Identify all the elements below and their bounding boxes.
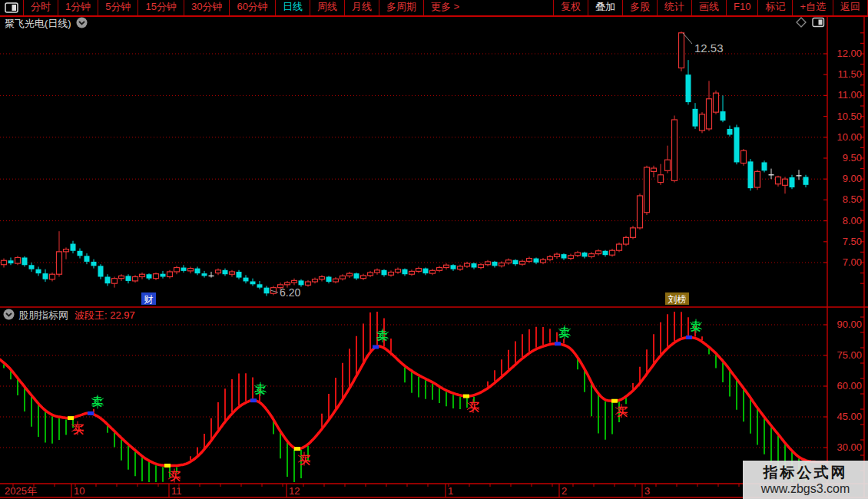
chart-corner-icons	[796, 17, 825, 28]
toolbar-item-1[interactable]: 1分钟	[58, 0, 98, 15]
toolbar-item-7[interactable]: +自选	[792, 0, 833, 15]
diamond-icon[interactable]	[796, 17, 807, 28]
buy-marker	[611, 399, 618, 403]
main-axis-label: 9.50	[829, 153, 862, 164]
main-axis-label: 12.00	[829, 48, 862, 59]
indicator-axis-label: 90.00	[829, 319, 862, 330]
main-axis-label: 8.00	[829, 216, 862, 226]
indicator-line	[0, 338, 827, 466]
toolbar: 分时1分钟5分钟15分钟30分钟60分钟日线周线月线多周期更多 > 复权叠加多股…	[0, 0, 868, 17]
toolbar-item-6[interactable]: 日线	[275, 0, 310, 15]
sell-signal-label: 卖	[558, 326, 570, 339]
main-axis-label: 10.00	[829, 132, 862, 143]
timeline-label: 11	[171, 485, 182, 497]
buy-marker	[463, 395, 469, 398]
timeline-label: 3	[644, 485, 650, 497]
timeline-label: 1	[448, 485, 453, 497]
indicator-axis-label: 30.00	[829, 442, 862, 453]
indicator-axis-label: 45.00	[829, 411, 862, 422]
indicator-axis-label: 60.00	[829, 381, 862, 392]
toolbar-item-10[interactable]: 更多 >	[423, 0, 466, 15]
main-axis-label: 11.00	[829, 90, 862, 101]
buy-signal-label: 买	[469, 401, 479, 413]
tools-menu: 复权叠加多股统计画线F10标记+自选返回	[553, 0, 868, 15]
sell-marker	[373, 345, 379, 349]
layout-split-icon[interactable]	[0, 0, 23, 15]
toolbar-item-5[interactable]: 60分钟	[229, 0, 274, 15]
sell-marker	[250, 398, 257, 402]
toolbar-left-group: 分时1分钟5分钟15分钟30分钟60分钟日线周线月线多周期更多 >	[0, 0, 466, 15]
main-axis-label: 11.50	[829, 69, 862, 80]
high-annotation: 12.53	[694, 41, 724, 55]
stock-title: 聚飞光电(日线)	[5, 17, 71, 31]
watermark: 指标公式网 www.zbgs3.com	[743, 461, 868, 499]
toolbar-item-3[interactable]: 15分钟	[137, 0, 183, 15]
sell-signal-label: 卖	[690, 320, 701, 332]
buy-marker	[68, 416, 74, 420]
buy-signal-label: 买	[170, 470, 181, 482]
indicator-axis-label: 75.00	[829, 350, 862, 361]
timeline-label: 2025年	[5, 485, 37, 497]
watermark-title: 指标公式网	[764, 464, 848, 481]
watermark-url: www.zbgs3.com	[761, 481, 850, 496]
low-annotation: 6.20	[280, 286, 300, 299]
timeline-label: 10	[74, 485, 84, 497]
toolbar-item-7[interactable]: 周线	[310, 0, 344, 15]
toolbar-item-6[interactable]: 标记	[757, 0, 792, 15]
toolbar-item-4[interactable]: 画线	[691, 0, 726, 15]
sell-marker	[555, 342, 561, 345]
chart-canvas: 12.536.20财刘榜买买买买买卖卖卖卖卖	[0, 0, 868, 499]
panel-borders	[0, 15, 868, 497]
window-icon[interactable]	[812, 17, 825, 28]
toolbar-item-2[interactable]: 多股	[622, 0, 657, 15]
gridlines	[0, 54, 827, 448]
toolbar-item-2[interactable]: 5分钟	[98, 0, 137, 15]
sell-marker	[686, 335, 692, 339]
app-window: 分时1分钟5分钟15分钟30分钟60分钟日线周线月线多周期更多 > 复权叠加多股…	[0, 0, 868, 499]
toolbar-item-0[interactable]: 复权	[553, 0, 588, 15]
timeline-label: 12	[289, 485, 300, 497]
toolbar-item-8[interactable]: 月线	[344, 0, 379, 15]
chevron-down-icon[interactable]	[3, 309, 15, 322]
candlestick-series	[2, 31, 809, 296]
toolbar-item-4[interactable]: 30分钟	[184, 0, 229, 15]
toolbar-item-0[interactable]: 分时	[23, 0, 58, 15]
sell-signal-label: 卖	[376, 329, 388, 342]
sell-marker	[88, 411, 94, 415]
tag-left[interactable]: 财	[144, 294, 154, 305]
buy-signal-label: 买	[73, 423, 84, 435]
chevron-down-icon[interactable]	[76, 17, 88, 31]
main-chart-header: 聚飞光电(日线)	[5, 17, 88, 31]
indicator-value: 波段王: 22.97	[75, 309, 135, 322]
toolbar-item-8[interactable]: 返回	[833, 0, 868, 15]
main-axis-label: 8.50	[829, 194, 862, 205]
buy-signal-label: 买	[300, 454, 310, 466]
main-axis-label: 10.50	[829, 111, 862, 122]
indicator-header: 股朋指标网 波段王: 22.97	[3, 309, 135, 322]
buy-marker	[164, 464, 171, 468]
toolbar-item-9[interactable]: 多周期	[379, 0, 423, 15]
indicator-source: 股朋指标网	[18, 309, 68, 322]
main-axis-label: 9.00	[829, 173, 862, 184]
buy-signal-label: 买	[617, 405, 628, 418]
main-axis-label: 7.00	[829, 257, 862, 268]
tag-right[interactable]: 刘榜	[668, 294, 687, 305]
annotations: 12.536.20财刘榜	[141, 33, 724, 305]
period-menu: 分时1分钟5分钟15分钟30分钟60分钟日线周线月线多周期更多 >	[23, 0, 466, 15]
toolbar-item-1[interactable]: 叠加	[588, 0, 622, 15]
sell-signal-label: 卖	[254, 383, 266, 395]
sell-signal-label: 卖	[91, 395, 103, 408]
buy-marker	[294, 447, 300, 451]
toolbar-item-5[interactable]: F10	[726, 0, 757, 15]
timeline-label: 2	[562, 485, 567, 497]
toolbar-item-3[interactable]: 统计	[657, 0, 691, 15]
main-axis-label: 7.50	[829, 236, 862, 247]
